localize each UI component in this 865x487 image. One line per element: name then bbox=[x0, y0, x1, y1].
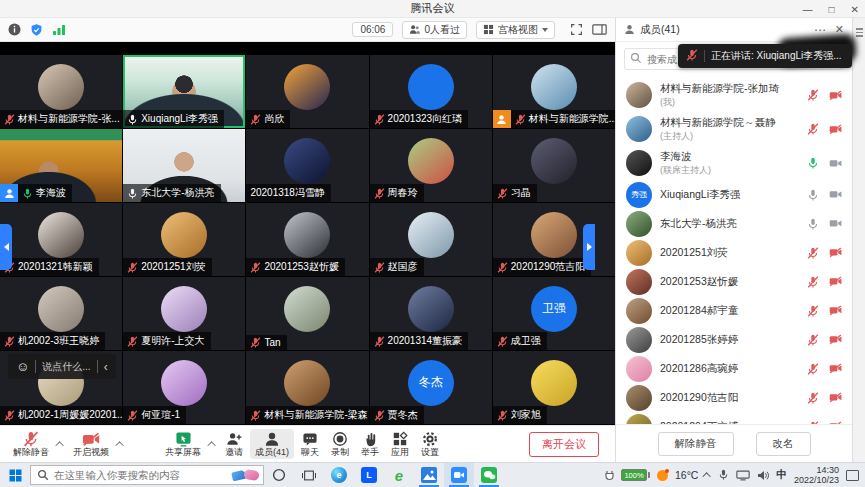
photos-app-button[interactable] bbox=[414, 463, 444, 487]
mic-muted-icon[interactable] bbox=[807, 334, 819, 346]
toolbar-item-mic-muted[interactable]: 解除静音 bbox=[8, 429, 54, 459]
toolbar-item-cam-muted[interactable]: 开启视频 bbox=[68, 429, 114, 459]
grid-prev-page-button[interactable] bbox=[0, 224, 12, 270]
camera-off-icon[interactable] bbox=[829, 276, 842, 287]
clock[interactable]: 14:30 2022/10/23 bbox=[794, 465, 839, 486]
mic-muted-icon[interactable] bbox=[807, 89, 819, 101]
camera-icon[interactable] bbox=[829, 158, 842, 169]
taskbar-search-box[interactable] bbox=[30, 465, 264, 485]
video-tile-7[interactable]: 东北大学-杨洪亮 bbox=[123, 129, 245, 202]
camera-off-icon[interactable] bbox=[829, 90, 842, 101]
quick-chat-placeholder[interactable]: 说点什么... bbox=[42, 360, 90, 374]
taskbar-search-input[interactable] bbox=[54, 469, 227, 481]
mic-muted-icon[interactable] bbox=[807, 363, 819, 375]
mic-icon[interactable] bbox=[807, 157, 819, 169]
video-tile-1[interactable]: 材料与新能源学院-张... bbox=[0, 55, 122, 128]
weather-icon[interactable] bbox=[657, 470, 668, 481]
tray-expand-icon[interactable] bbox=[703, 472, 711, 480]
network-signal-icon[interactable] bbox=[52, 24, 66, 36]
toolbar-item-invite[interactable]: 邀请 bbox=[220, 429, 248, 459]
unmute-all-button[interactable]: 解除静音 bbox=[658, 432, 734, 456]
mic-muted-icon[interactable] bbox=[807, 276, 819, 288]
member-row-6[interactable]: 20201251刘荧 bbox=[616, 238, 852, 267]
rename-button[interactable]: 改名 bbox=[756, 432, 811, 456]
member-row-1[interactable]: 材料与新能源学院-张加琦(我) bbox=[616, 78, 852, 112]
mic-muted-icon[interactable] bbox=[807, 247, 819, 259]
member-row-11[interactable]: 20201290范吉阳 bbox=[616, 383, 852, 412]
toolbar-item-share[interactable]: 共享屏幕 bbox=[160, 429, 206, 459]
toolbar-item-chat[interactable]: 聊天 bbox=[296, 429, 324, 459]
collapse-chat-icon[interactable]: ‹ bbox=[104, 361, 108, 373]
video-tile-13[interactable]: 20201253赵忻媛 bbox=[246, 203, 368, 276]
close-button[interactable]: ✕ bbox=[851, 4, 859, 15]
video-tile-12[interactable]: 20201251刘荧 bbox=[123, 203, 245, 276]
video-tile-18[interactable]: Tan bbox=[246, 277, 368, 350]
camera-off-icon[interactable] bbox=[829, 334, 842, 345]
chevron-up-icon[interactable] bbox=[55, 441, 63, 449]
video-tile-10[interactable]: 习晶 bbox=[493, 129, 615, 202]
battery-indicator[interactable]: 100% bbox=[621, 469, 650, 481]
minimize-button[interactable]: — bbox=[803, 4, 813, 15]
task-view-button[interactable] bbox=[294, 463, 324, 487]
video-tile-14[interactable]: 赵国彦 bbox=[370, 203, 492, 276]
member-row-5[interactable]: 东北大学-杨洪亮 bbox=[616, 209, 852, 238]
camera-icon[interactable] bbox=[829, 189, 842, 200]
video-tile-6[interactable]: 李海波 bbox=[0, 129, 122, 202]
leave-meeting-button[interactable]: 离开会议 bbox=[529, 432, 599, 457]
camera-icon[interactable] bbox=[829, 218, 842, 229]
video-tile-23[interactable]: 材料与新能源学院-梁森 bbox=[246, 351, 368, 424]
video-tile-4[interactable]: 20201323向红璘 bbox=[370, 55, 492, 128]
mic-muted-icon[interactable] bbox=[807, 305, 819, 317]
member-row-7[interactable]: 20201253赵忻媛 bbox=[616, 267, 852, 296]
member-row-2[interactable]: 材料与新能源学院～聂静(主持人) bbox=[616, 112, 852, 146]
video-tile-8[interactable]: 20201318冯雪静 bbox=[246, 129, 368, 202]
mic-icon[interactable] bbox=[807, 218, 819, 230]
wechat-app-button[interactable] bbox=[474, 463, 504, 487]
chevron-up-icon[interactable] bbox=[115, 441, 123, 449]
fullscreen-icon[interactable] bbox=[570, 23, 583, 36]
video-tile-20[interactable]: 卫强成卫强 bbox=[493, 277, 615, 350]
camera-off-icon[interactable] bbox=[829, 247, 842, 258]
shield-icon[interactable] bbox=[30, 23, 43, 37]
video-tile-19[interactable]: 20201314董振豪 bbox=[370, 277, 492, 350]
video-tile-9[interactable]: 周春玲 bbox=[370, 129, 492, 202]
maximize-button[interactable]: □ bbox=[829, 4, 835, 15]
toolbar-item-record[interactable]: 录制 bbox=[326, 429, 354, 459]
toolbar-item-apps[interactable]: 应用 bbox=[386, 429, 414, 459]
cortana-button[interactable] bbox=[264, 463, 294, 487]
member-row-9[interactable]: 20201285张婷婷 bbox=[616, 325, 852, 354]
camera-off-icon[interactable] bbox=[829, 305, 842, 316]
viewers-button[interactable]: 0人看过 bbox=[402, 21, 467, 39]
camera-off-icon[interactable] bbox=[829, 363, 842, 374]
tencent-meeting-app-button[interactable] bbox=[444, 463, 474, 487]
video-tile-24[interactable]: 冬杰贾冬杰 bbox=[370, 351, 492, 424]
tray-mic-icon[interactable] bbox=[718, 466, 729, 484]
camera-off-icon[interactable] bbox=[829, 124, 842, 135]
action-center-icon[interactable] bbox=[846, 470, 859, 481]
video-tile-16[interactable]: 机2002-3班王晓婷 bbox=[0, 277, 122, 350]
quick-chat-widget[interactable]: ☺ 说点什么... ‹ bbox=[8, 354, 116, 379]
grid-next-page-button[interactable] bbox=[583, 224, 595, 270]
member-row-4[interactable]: 秀强XiuqiangLi李秀强 bbox=[616, 180, 852, 209]
video-tile-15[interactable]: 20201290范吉阳 bbox=[493, 203, 615, 276]
video-tile-5[interactable]: 材料与新能源学院... bbox=[493, 55, 615, 128]
toolbar-item-members[interactable]: 成员(41) bbox=[250, 429, 294, 459]
emoji-icon[interactable]: ☺ bbox=[16, 360, 29, 373]
info-icon[interactable] bbox=[8, 23, 21, 36]
hamburger-menu-icon[interactable] bbox=[856, 28, 863, 37]
video-tile-17[interactable]: 夏明许-上交大 bbox=[123, 277, 245, 350]
video-tile-2[interactable]: XiuqiangLi李秀强 bbox=[123, 55, 245, 128]
volume-icon[interactable] bbox=[757, 470, 769, 481]
temperature-label[interactable]: 16°C bbox=[675, 469, 698, 481]
video-tile-3[interactable]: 尚欣 bbox=[246, 55, 368, 128]
ime-indicator[interactable]: 中 bbox=[776, 468, 787, 482]
mic-muted-icon[interactable] bbox=[807, 123, 819, 135]
view-mode-button[interactable]: 宫格视图 bbox=[476, 21, 555, 39]
toolbar-item-gear[interactable]: 设置 bbox=[416, 429, 444, 459]
toolbar-item-hand[interactable]: 举手 bbox=[356, 429, 384, 459]
camera-off-icon[interactable] bbox=[829, 392, 842, 403]
chevron-up-icon[interactable] bbox=[207, 441, 215, 449]
video-tile-22[interactable]: 何亚瑄-1 bbox=[123, 351, 245, 424]
display-icon[interactable] bbox=[736, 470, 750, 481]
video-tile-25[interactable]: 刘家旭 bbox=[493, 351, 615, 424]
